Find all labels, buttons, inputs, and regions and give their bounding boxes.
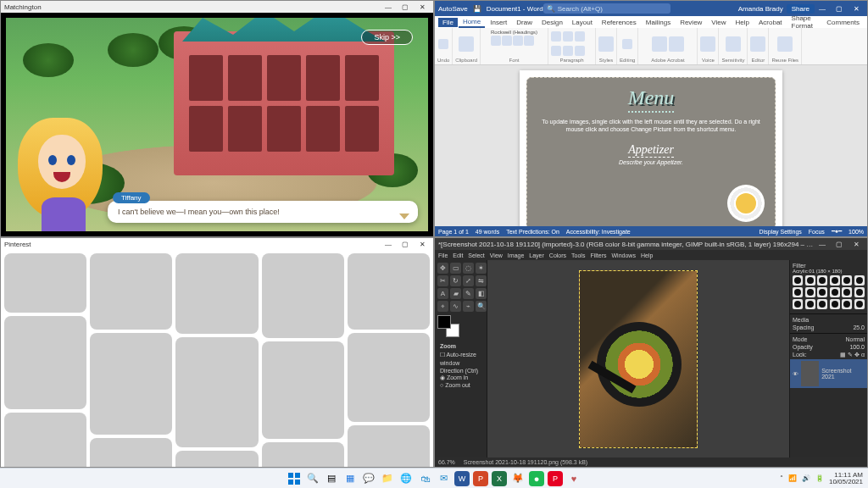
menu-image[interactable]: Image <box>508 252 524 258</box>
status-display[interactable]: Display Settings <box>760 229 802 235</box>
word-document-area[interactable]: Menu To update images, single click with… <box>435 65 867 226</box>
edge-button[interactable]: 🌐 <box>398 471 414 486</box>
ribbon-dictate[interactable]: Voice <box>698 28 719 64</box>
word-taskbar-button[interactable]: W <box>454 471 470 486</box>
pinterest-feed[interactable] <box>1 250 433 467</box>
layer-name[interactable]: Screenshot 2021 <box>821 368 865 380</box>
comments-button[interactable]: Comments <box>822 18 864 27</box>
lock-icons[interactable]: ▦ ✎ ✥ α <box>840 352 865 358</box>
wifi-icon[interactable]: 📶 <box>788 474 797 482</box>
menu-windows[interactable]: Windows <box>611 252 635 258</box>
spotify-button[interactable]: ● <box>529 471 544 486</box>
right-tab-filter[interactable]: Filter <box>793 263 865 269</box>
pin-card[interactable] <box>4 316 86 409</box>
zoom-out-radio[interactable]: ○ Zoom out <box>440 381 481 390</box>
status-focus[interactable]: Focus <box>809 229 825 235</box>
tool-rect-select-icon[interactable]: ▭ <box>450 263 461 274</box>
eye-icon[interactable]: 👁 <box>793 371 798 377</box>
game-viewport[interactable]: Skip >> Tiffany I can't believe we—I mea… <box>1 13 433 236</box>
autosave-toggle[interactable]: AutoSave <box>438 5 468 13</box>
close-icon[interactable]: ✕ <box>415 2 430 12</box>
ribbon-adobe[interactable]: Adobe Acrobat <box>638 28 698 64</box>
auto-resize-checkbox[interactable]: ☐ Auto-resize window <box>440 351 481 368</box>
tab-acrobat[interactable]: Acrobat <box>754 18 787 27</box>
pin-card[interactable] <box>262 442 344 467</box>
tool-clone-icon[interactable]: ⌖ <box>437 301 448 312</box>
gimp-titlebar[interactable]: *[Screenshot 2021-10-18 191120] (importe… <box>435 238 867 250</box>
ribbon-reuse[interactable]: Reuse Files <box>769 28 802 64</box>
status-page[interactable]: Page 1 of 1 <box>438 229 469 235</box>
spacing-value[interactable]: 25.0 <box>853 324 865 330</box>
search-input[interactable]: 🔍 Search (Alt+Q) <box>543 3 670 14</box>
tab-references[interactable]: References <box>598 18 641 27</box>
zoom-in-radio[interactable]: ◉ Zoom in <box>440 374 481 382</box>
dialogue-box[interactable]: Tiffany I can't believe we—I mean you—ow… <box>108 201 418 223</box>
powerpoint-button[interactable]: P <box>473 471 488 486</box>
pin-card[interactable] <box>4 413 86 467</box>
tool-pencil-icon[interactable]: ✎ <box>463 288 474 299</box>
pin-card[interactable] <box>348 425 430 467</box>
game-taskbar-button[interactable]: ♥ <box>566 471 581 486</box>
battery-icon[interactable]: 🔋 <box>815 474 824 482</box>
ribbon-editor[interactable]: Editor <box>748 28 769 64</box>
next-arrow-icon[interactable] <box>399 214 409 219</box>
tool-free-select-icon[interactable]: ◌ <box>463 263 474 274</box>
menu-colors[interactable]: Colors <box>549 252 566 258</box>
status-predictions[interactable]: Text Predictions: On <box>506 229 559 235</box>
ribbon-paragraph[interactable]: Paragraph <box>548 28 596 64</box>
tool-paths-icon[interactable]: ⌁ <box>463 301 474 312</box>
tool-zoom-icon[interactable]: 🔍 <box>476 301 487 312</box>
menu-help[interactable]: Help <box>641 252 653 258</box>
menu-card-shape[interactable]: Menu To update images, single click with… <box>526 77 776 226</box>
status-accessibility[interactable]: Accessibility: Investigate <box>566 229 631 235</box>
pinterest-titlebar[interactable]: Pinterest — ▢ ✕ <box>1 238 433 250</box>
save-icon[interactable]: 💾 <box>473 5 481 13</box>
zoom-slider[interactable]: ━●━ <box>832 228 842 235</box>
tab-home[interactable]: Home <box>459 17 485 28</box>
status-zoom[interactable]: 100% <box>849 229 864 235</box>
tab-draw[interactable]: Draw <box>512 18 537 27</box>
tool-fuzzy-select-icon[interactable]: ✶ <box>476 263 487 274</box>
maximize-icon[interactable]: ▢ <box>398 239 413 249</box>
layer-row[interactable]: 👁 Screenshot 2021 <box>790 359 867 388</box>
pin-card[interactable] <box>262 253 344 338</box>
tool-bucket-icon[interactable]: ▰ <box>450 288 461 299</box>
fg-bg-color[interactable] <box>437 315 459 337</box>
excel-button[interactable]: X <box>492 471 507 486</box>
tray-chevron-icon[interactable]: ˄ <box>780 474 783 482</box>
brush-grid[interactable] <box>793 275 865 309</box>
gimp-canvas-area[interactable] <box>487 260 789 458</box>
pin-card[interactable] <box>175 451 258 467</box>
menu-select[interactable]: Select <box>468 252 484 258</box>
menu-file[interactable]: File <box>438 252 448 258</box>
search-button[interactable]: 🔍 <box>305 471 320 486</box>
ribbon-undo[interactable]: Undo <box>435 28 453 64</box>
tool-rotate-icon[interactable]: ↻ <box>450 275 461 286</box>
tool-eraser-icon[interactable]: ◧ <box>476 288 487 299</box>
tab-layout[interactable]: Layout <box>568 18 597 27</box>
menu-tools[interactable]: Tools <box>571 252 585 258</box>
tab-review[interactable]: Review <box>676 18 706 27</box>
tab-file[interactable]: File <box>438 18 458 27</box>
close-icon[interactable]: ✕ <box>415 239 430 249</box>
pin-card[interactable] <box>348 253 430 330</box>
maximize-icon[interactable]: ▢ <box>398 2 413 12</box>
pin-card[interactable] <box>4 253 86 313</box>
widgets-button[interactable]: ▦ <box>342 471 358 486</box>
pin-card[interactable] <box>175 253 258 334</box>
tab-mailings[interactable]: Mailings <box>642 18 675 27</box>
word-page[interactable]: Menu To update images, single click with… <box>520 70 782 226</box>
minimize-icon[interactable]: — <box>381 239 396 249</box>
mode-select[interactable]: Normal <box>845 336 865 342</box>
store-button[interactable]: 🛍 <box>417 471 432 486</box>
media-tab[interactable]: Media <box>790 316 867 324</box>
ribbon-clipboard[interactable]: Clipboard <box>453 28 481 64</box>
clock-date[interactable]: 10/05/2021 <box>829 479 863 485</box>
game-titlebar[interactable]: Matchington — ▢ ✕ <box>1 1 433 13</box>
tab-help[interactable]: Help <box>732 18 754 27</box>
gimp-canvas[interactable] <box>579 270 698 448</box>
volume-icon[interactable]: 🔊 <box>802 474 810 482</box>
skip-button[interactable]: Skip >> <box>361 30 413 45</box>
tool-text-icon[interactable]: A <box>437 288 448 299</box>
tool-smudge-icon[interactable]: ∿ <box>450 301 461 312</box>
